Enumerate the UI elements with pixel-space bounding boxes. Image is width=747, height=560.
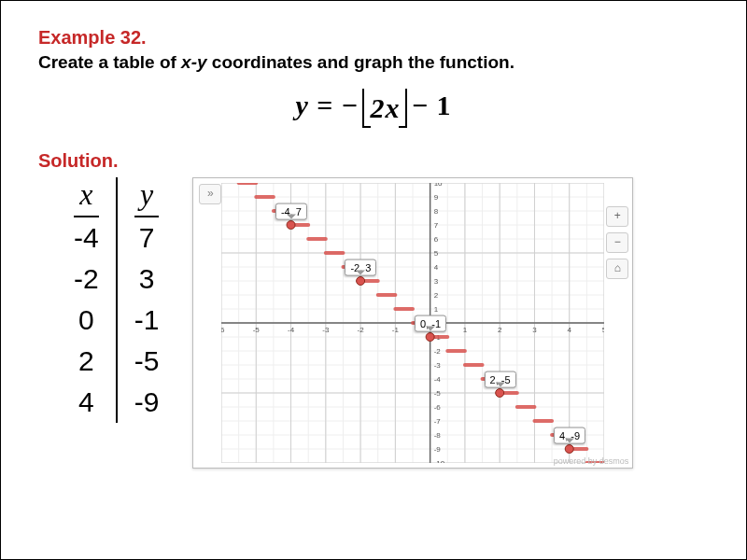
graph-panel[interactable]: » + − ⌂ -6-5-4-3-2-112345-10-9-8-7-6-5-4… (192, 177, 633, 469)
svg-text:2: 2 (498, 326, 502, 334)
y-header: y (134, 177, 160, 217)
table-cell: -5 (134, 341, 160, 382)
svg-text:1: 1 (434, 305, 439, 314)
svg-text:1: 1 (463, 326, 468, 334)
floor-brackets: 2x (366, 92, 403, 124)
svg-text:2: 2 (434, 291, 439, 300)
svg-text:-2: -2 (358, 326, 365, 334)
svg-text:-3: -3 (323, 326, 331, 334)
watermark: powered by desmos (554, 456, 629, 466)
example-label: Example 32. (38, 27, 709, 49)
svg-text:-4: -4 (288, 326, 295, 334)
svg-text:-2: -2 (434, 347, 442, 356)
svg-text:-3: -3 (434, 361, 442, 370)
table-cell: -2 (74, 259, 99, 300)
point-label: 4, -9 (554, 427, 585, 444)
svg-text:-7: -7 (434, 417, 442, 426)
instruction-text: Create a table of x-y coordinates and gr… (38, 52, 709, 73)
svg-text:4: 4 (568, 326, 572, 334)
eq-inner: 2x (370, 92, 400, 123)
eq-neg: − (342, 90, 359, 120)
svg-text:-6: -6 (434, 403, 442, 412)
table-cell: -1 (134, 300, 160, 341)
table-cell: 7 (139, 217, 155, 259)
svg-text:-4: -4 (434, 375, 442, 384)
plot-area[interactable]: -6-5-4-3-2-112345-10-9-8-7-6-5-4-3-2-112… (221, 183, 604, 463)
solution-label: Solution. (38, 150, 746, 172)
x-header: x (74, 177, 99, 217)
table-cell: -4 (74, 217, 99, 259)
svg-text:-9: -9 (434, 445, 442, 454)
svg-text:9: 9 (434, 193, 439, 202)
instruction-var: x-y (181, 52, 206, 72)
equation: y = − 2x − 1 (1, 90, 746, 124)
zoom-in-button[interactable]: + (606, 206, 628, 227)
svg-text:-5: -5 (434, 389, 442, 398)
svg-text:3: 3 (533, 326, 538, 334)
table-cell: 2 (78, 341, 94, 382)
instruction-post: coordinates and graph the function. (207, 52, 514, 72)
eq-lhs: y (295, 90, 308, 120)
svg-text:3: 3 (434, 277, 439, 286)
point-label: 0, -1 (415, 315, 446, 332)
svg-text:5: 5 (434, 249, 439, 258)
zoom-out-button[interactable]: − (606, 232, 628, 253)
svg-text:8: 8 (434, 207, 439, 216)
table-cell: 0 (78, 300, 94, 341)
svg-text:4: 4 (434, 263, 439, 272)
eq-tail: − 1 (412, 90, 452, 120)
eq-equals: = (309, 90, 342, 120)
home-button[interactable]: ⌂ (606, 259, 628, 279)
svg-text:-5: -5 (253, 326, 261, 334)
svg-text:-6: -6 (221, 326, 225, 334)
instruction-pre: Create a table of (38, 52, 181, 72)
svg-text:-10: -10 (434, 459, 445, 463)
expand-button[interactable]: » (199, 184, 221, 204)
table-cell: 3 (139, 259, 155, 300)
table-cell: 4 (78, 382, 94, 423)
svg-text:5: 5 (602, 326, 604, 334)
point-label: -4, 7 (275, 203, 307, 220)
svg-text:6: 6 (434, 235, 439, 244)
svg-text:-8: -8 (434, 431, 442, 440)
svg-text:-1: -1 (392, 326, 400, 334)
svg-text:7: 7 (434, 221, 439, 230)
point-label: -2, 3 (345, 259, 376, 276)
svg-text:10: 10 (434, 183, 443, 188)
xy-table: x -4 -2 0 2 4 y 7 3 -1 -5 -9 (57, 177, 176, 423)
table-cell: -9 (134, 382, 160, 423)
point-label: 2, -5 (485, 371, 516, 388)
